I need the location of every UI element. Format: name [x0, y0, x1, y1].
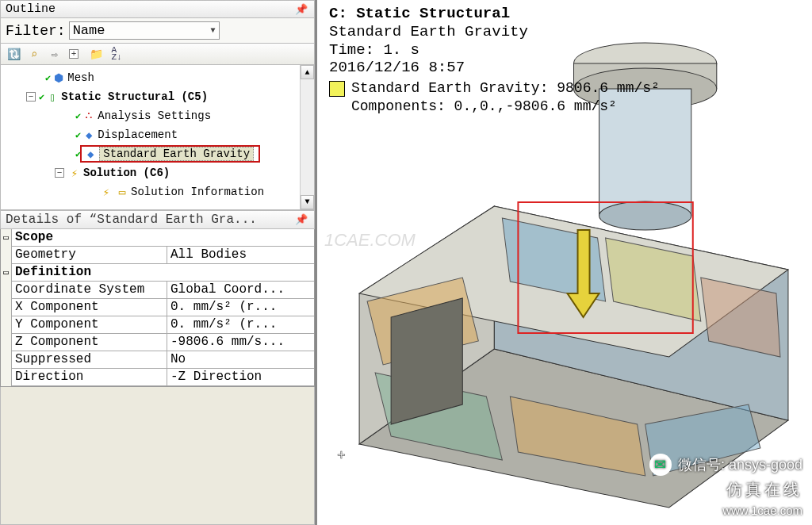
tree-node-displacement[interactable]: ✔ ◆ Displacement — [4, 125, 314, 144]
scroll-down-icon[interactable]: ▼ — [301, 195, 314, 209]
legend-text: Standard Earth Gravity: 9806.6 mm/s² Com… — [351, 79, 660, 115]
details-row-coord[interactable]: Coordinate System Global Coord... — [1, 282, 314, 299]
tree-scrollbar[interactable]: ▲ ▼ — [300, 65, 314, 209]
section-label: Definition — [12, 264, 314, 282]
check-icon: ✔ — [75, 129, 81, 141]
footer-brand: ✉ 微信号: ansys-good 仿真在线 www.1cae.com — [649, 454, 802, 517]
node-label: Solution Information — [131, 186, 264, 198]
node-label: Static Structural (C5) — [61, 90, 208, 103]
prop-value: Global Coord... — [167, 282, 314, 299]
collapse-icon[interactable]: ▭ — [3, 268, 9, 278]
chevron-down-icon: ▼ — [211, 26, 216, 35]
node-label: Standard Earth Gravity — [99, 147, 254, 161]
sort-az-icon[interactable]: AZ↓ — [109, 46, 124, 62]
viewport-load-name: Standard Earth Gravity — [329, 23, 528, 41]
viewport-time: Time: 1. s — [329, 41, 528, 59]
selected-node-highlight: ◆ Standard Earth Gravity — [80, 145, 260, 163]
tree-node-mesh[interactable]: ✔ ⬢ Mesh — [4, 68, 314, 87]
node-label: Displacement — [98, 128, 178, 141]
legend-color-swatch — [329, 81, 345, 97]
outline-title-text: Outline — [6, 2, 56, 16]
prop-value: -9806.6 mm/s... — [167, 334, 314, 351]
tree-node-static-structural[interactable]: − ✔ ▯ Static Structural (C5) — [4, 87, 314, 106]
node-label: Mesh — [67, 71, 94, 84]
wechat-row: ✉ 微信号: ansys-good — [649, 454, 802, 476]
refresh-icon[interactable]: 🔃 — [6, 46, 21, 62]
tree-view[interactable]: ✔ ⬢ Mesh − ✔ ▯ Static Structural (C5) ✔ … — [0, 65, 315, 210]
legend-line-2: Components: 0.,0.,-9806.6 mm/s² — [351, 98, 660, 116]
outline-panel-title: Outline 📌 — [0, 0, 315, 18]
details-row-z[interactable]: Z Component -9806.6 mm/s... — [1, 334, 314, 351]
wechat-icon: ✉ — [649, 454, 672, 476]
displacement-icon: ◆ — [82, 128, 96, 142]
collapse-icon[interactable]: ▭ — [3, 233, 9, 243]
filter-value: Name — [73, 23, 105, 38]
gravity-icon: ◆ — [83, 148, 98, 161]
tree-node-analysis-settings[interactable]: ✔ ⛬ Analysis Settings — [4, 106, 314, 125]
scroll-up-icon[interactable]: ▲ — [301, 65, 314, 79]
expand-all-icon[interactable]: + — [67, 46, 83, 62]
system-icon: ▯ — [45, 90, 59, 104]
legend-line-1: Standard Earth Gravity: 9806.6 mm/s² — [351, 79, 660, 98]
details-section-scope[interactable]: ▭ Scope — [1, 229, 314, 247]
check-icon: ✔ — [45, 72, 51, 84]
details-empty-area — [0, 387, 315, 526]
folder-icon[interactable]: 📁 — [88, 46, 104, 62]
svg-marker-16 — [391, 298, 462, 424]
prop-value: All Bodies — [167, 247, 314, 264]
details-grid: ▭ Scope Geometry All Bodies ▭ Definition… — [0, 229, 315, 387]
prop-key: X Component — [12, 299, 167, 316]
prop-key: Y Component — [12, 316, 167, 334]
prop-key: Coordinate System — [12, 282, 167, 299]
analysis-icon: ⛬ — [82, 109, 96, 122]
details-row-x[interactable]: X Component 0. mm/s² (r... — [1, 299, 314, 316]
mesh-icon: ⬢ — [52, 71, 66, 85]
scroll-track[interactable] — [301, 79, 314, 195]
prop-value: No — [167, 351, 314, 369]
brand-name: 仿真在线 — [726, 479, 802, 500]
prop-key: Geometry — [12, 247, 167, 264]
solution-icon: ⚡ — [67, 167, 82, 180]
details-row-y[interactable]: Y Component 0. mm/s² (r... — [1, 316, 314, 334]
lightning-icon: ⚡ — [99, 186, 113, 199]
branch-icon[interactable]: ⇨ — [47, 46, 63, 62]
tree-node-standard-earth-gravity[interactable]: ✔ ◆ Standard Earth Gravity — [4, 144, 314, 163]
details-row-geometry[interactable]: Geometry All Bodies — [1, 247, 314, 264]
viewport-legend: Standard Earth Gravity: 9806.6 mm/s² Com… — [329, 79, 660, 115]
pin-icon[interactable]: 📌 — [295, 213, 309, 226]
pin-icon[interactable]: 📌 — [295, 3, 309, 16]
filter-label: Filter: — [2, 23, 69, 39]
viewport-header: C: Static Structural Standard Earth Grav… — [329, 5, 528, 77]
collapse-icon[interactable]: − — [55, 168, 64, 178]
svg-text:+: + — [337, 448, 346, 464]
details-title-text: Details of “Standard Earth Gra... — [6, 213, 257, 227]
check-icon: ✔ — [75, 110, 81, 122]
collapse-icon[interactable]: − — [26, 92, 36, 102]
brand-url: www.1cae.com — [722, 504, 802, 517]
details-section-definition[interactable]: ▭ Definition — [1, 264, 314, 282]
filter-dropdown[interactable]: Name ▼ — [69, 21, 220, 40]
tree-node-solution[interactable]: − ⚡ Solution (C6) — [4, 163, 314, 182]
node-label: Solution (C6) — [83, 167, 170, 179]
left-pane: Outline 📌 Filter: Name ▼ 🔃 ⌕ ⇨ + 📁 AZ↓ ✔… — [0, 0, 317, 525]
check-icon: ✔ — [39, 91, 44, 103]
prop-value: 0. mm/s² (r... — [167, 299, 314, 316]
wechat-label: 微信号: ansys-good — [678, 455, 802, 474]
info-doc-icon: ▭ — [115, 186, 129, 199]
filter-tool-icon[interactable]: ⌕ — [26, 46, 42, 62]
prop-key: Suppressed — [12, 351, 167, 369]
node-label: Analysis Settings — [98, 109, 211, 122]
details-row-suppressed[interactable]: Suppressed No — [1, 351, 314, 369]
viewport-system-title: C: Static Structural — [329, 5, 528, 23]
svg-point-8 — [599, 201, 691, 230]
prop-value: 0. mm/s² (r... — [167, 316, 314, 334]
prop-key: Z Component — [12, 334, 167, 351]
watermark-text: 1CAE.COM — [324, 230, 416, 251]
brand-row: 仿真在线 — [726, 479, 802, 500]
details-panel-title: Details of “Standard Earth Gra... 📌 — [0, 210, 315, 229]
graphics-viewport[interactable]: + C: Static Structural Standard Earth Gr… — [320, 0, 812, 525]
details-row-direction[interactable]: Direction -Z Direction — [1, 369, 314, 386]
tree-node-solution-info[interactable]: ⚡ ▭ Solution Information — [4, 182, 314, 201]
filter-row: Filter: Name ▼ — [0, 18, 315, 44]
viewport-datetime: 2016/12/16 8:57 — [329, 59, 528, 77]
